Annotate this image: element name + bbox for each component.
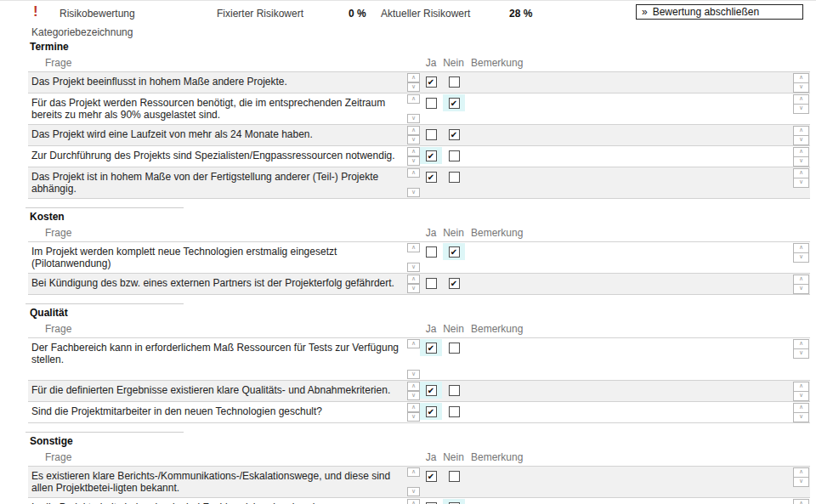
ja-checkbox[interactable]: ✔ (426, 172, 437, 183)
chevron-down-icon[interactable]: ∨ (407, 263, 420, 272)
chevron-down-icon[interactable]: ∨ (793, 284, 809, 294)
chevron-down-icon[interactable]: ∨ (793, 348, 809, 359)
bemerkung-spinner[interactable]: ∧∨ (793, 382, 809, 401)
bemerkung-spinner[interactable]: ∧∨ (793, 168, 809, 188)
bemerkung-spinner[interactable]: ∧∨ (793, 467, 809, 487)
chevron-down-icon[interactable]: ∨ (793, 104, 809, 114)
ja-checkbox[interactable]: ✔ (426, 150, 437, 161)
bemerkung-field[interactable] (465, 467, 793, 497)
chevron-down-icon[interactable]: ∨ (407, 188, 420, 197)
chevron-down-icon[interactable]: ∨ (407, 370, 420, 379)
chevron-down-icon[interactable]: ∨ (793, 82, 809, 93)
question-spinner[interactable]: ∧∨ (407, 167, 420, 198)
bemerkung-field[interactable] (465, 93, 793, 124)
question-spinner[interactable]: ∧∨ (407, 146, 420, 167)
bemerkung-spinner[interactable]: ∧∨ (793, 243, 809, 263)
bemerkung-spinner[interactable]: ∧∨ (793, 339, 809, 359)
chevron-down-icon[interactable]: ∨ (407, 114, 420, 123)
chevron-up-icon[interactable]: ∧ (407, 499, 420, 504)
chevron-down-icon[interactable]: ∨ (793, 391, 809, 401)
bemerkung-spinner[interactable]: ∧∨ (793, 403, 809, 422)
nein-checkbox[interactable] (449, 343, 460, 354)
question-row: Für das Projekt werden Ressourcen benöti… (28, 93, 810, 125)
chevron-up-icon[interactable]: ∧ (407, 382, 420, 391)
chevron-down-icon[interactable]: ∨ (793, 135, 809, 145)
chevron-down-icon[interactable]: ∨ (793, 252, 809, 263)
chevron-up-icon[interactable]: ∧ (793, 499, 809, 504)
bemerkung-field[interactable] (465, 242, 793, 273)
question-spinner[interactable]: ∧∨ (407, 93, 420, 124)
chevron-up-icon[interactable]: ∧ (407, 94, 420, 104)
bemerkung-field[interactable] (465, 72, 793, 93)
nein-checkbox[interactable] (449, 385, 460, 396)
chevron-up-icon[interactable]: ∧ (407, 275, 420, 284)
bemerkung-spinner[interactable]: ∧∨ (793, 499, 809, 504)
ja-checkbox[interactable]: ✔ (426, 406, 437, 417)
nein-checkbox[interactable] (449, 471, 460, 482)
ja-checkbox[interactable]: ✔ (426, 343, 437, 354)
chevron-down-icon[interactable]: ∨ (407, 391, 420, 400)
ja-checkbox[interactable] (426, 278, 437, 289)
chevron-up-icon[interactable]: ∧ (407, 403, 420, 412)
bemerkung-field[interactable] (465, 125, 793, 145)
chevron-down-icon[interactable]: ∨ (793, 412, 809, 422)
bemerkung-field[interactable] (465, 167, 793, 198)
question-spinner[interactable]: ∧∨ (407, 381, 420, 401)
ja-checkbox[interactable] (426, 98, 437, 109)
bemerkung-field[interactable] (465, 338, 793, 380)
chevron-up-icon[interactable]: ∧ (407, 126, 420, 135)
question-spinner[interactable]: ∧∨ (407, 125, 420, 145)
ja-checkbox[interactable] (426, 246, 437, 258)
bemerkung-spinner[interactable]: ∧∨ (793, 94, 809, 114)
nein-checkbox[interactable]: ✔ (449, 246, 460, 258)
nein-checkbox[interactable] (449, 172, 460, 183)
bemerkung-spinner[interactable]: ∧∨ (793, 126, 809, 145)
chevron-down-icon[interactable]: ∨ (407, 487, 420, 496)
finish-assessment-button[interactable]: » Bewertung abschließen (636, 4, 803, 20)
chevron-up-icon[interactable]: ∧ (407, 467, 420, 477)
ja-checkbox[interactable]: ✔ (426, 385, 437, 396)
question-spinner[interactable]: ∧∨ (407, 72, 420, 93)
section-divider (26, 303, 184, 304)
bemerkung-field[interactable] (465, 402, 793, 422)
nein-checkbox[interactable] (449, 76, 460, 88)
ja-checkbox[interactable]: ✔ (426, 76, 437, 88)
bemerkung-field[interactable] (465, 498, 793, 504)
question-row: Das Projekt beeinflusst in hohem Maße an… (28, 72, 810, 93)
question-spinner[interactable]: ∧∨ (407, 467, 420, 497)
chevron-down-icon[interactable]: ∨ (407, 82, 420, 92)
column-header-nein: Nein (442, 451, 465, 463)
chevron-down-icon[interactable]: ∨ (793, 178, 809, 188)
chevron-down-icon[interactable]: ∨ (793, 477, 809, 487)
bemerkung-spinner[interactable]: ∧∨ (793, 275, 809, 294)
chevron-up-icon[interactable]: ∧ (407, 339, 420, 348)
nein-checkbox[interactable] (449, 150, 460, 161)
ja-checkbox[interactable]: ✔ (426, 471, 437, 482)
bemerkung-spinner[interactable]: ∧∨ (793, 147, 809, 167)
bemerkung-field[interactable] (465, 146, 793, 167)
question-spinner[interactable]: ∧∨ (407, 274, 420, 294)
chevron-down-icon[interactable]: ∨ (407, 156, 420, 166)
bemerkung-spinner[interactable]: ∧∨ (793, 73, 809, 93)
chevron-down-icon[interactable]: ∨ (407, 412, 420, 422)
bemerkung-field[interactable] (465, 381, 793, 401)
ja-checkbox[interactable] (426, 129, 437, 140)
chevron-up-icon[interactable]: ∧ (407, 243, 420, 252)
chevron-down-icon[interactable]: ∨ (793, 156, 809, 167)
nein-checkbox[interactable]: ✔ (449, 278, 460, 289)
nein-checkbox[interactable]: ✔ (449, 98, 460, 109)
column-header-bemerkung: Bemerkung (465, 323, 523, 335)
nein-checkbox[interactable]: ✔ (449, 129, 460, 140)
question-spinner[interactable]: ∧∨ (407, 338, 420, 380)
question-spinner[interactable]: ∧∨ (407, 402, 420, 422)
chevron-down-icon[interactable]: ∨ (407, 135, 420, 144)
question-spinner[interactable]: ∧∨ (407, 242, 420, 273)
chevron-up-icon[interactable]: ∧ (407, 147, 420, 156)
question-text: Das Projekt ist in hohem Maße von der Fe… (28, 167, 407, 198)
chevron-up-icon[interactable]: ∧ (407, 168, 420, 178)
nein-checkbox[interactable] (449, 406, 460, 417)
bemerkung-field[interactable] (465, 274, 793, 294)
chevron-down-icon[interactable]: ∨ (407, 284, 420, 293)
question-spinner[interactable]: ∧∨ (407, 498, 420, 504)
chevron-up-icon[interactable]: ∧ (407, 73, 420, 82)
